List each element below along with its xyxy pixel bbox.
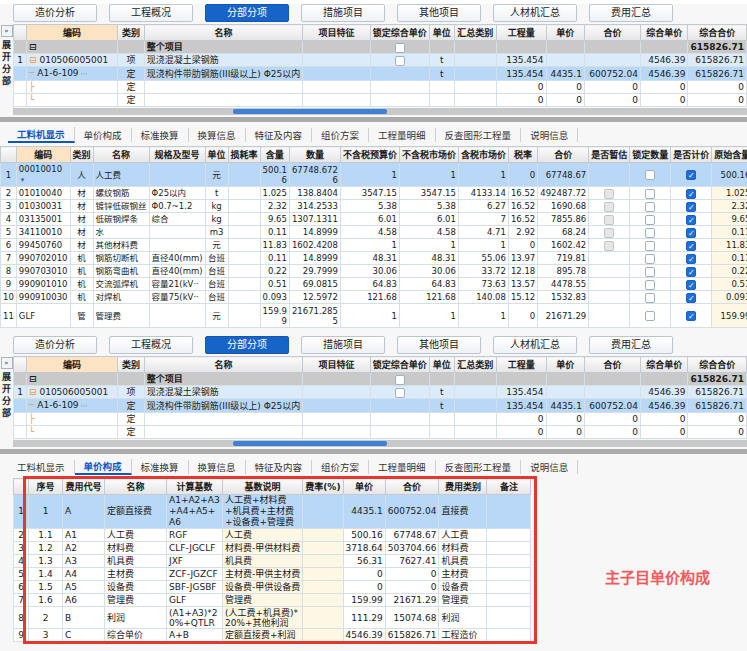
tab-人材机汇总[interactable]: 人材机汇总 — [493, 4, 577, 22]
column-header[interactable]: 备注 — [487, 479, 531, 495]
column-header[interactable]: 费率(%) — [303, 479, 343, 495]
table-row[interactable]: └定00000 — [14, 94, 747, 107]
column-header[interactable]: 类别 — [118, 25, 145, 41]
column-header[interactable]: 不含税市场价 — [399, 147, 458, 163]
checkbox-unchecked[interactable] — [395, 388, 405, 398]
table-row[interactable]: ├定00000 — [14, 81, 747, 94]
table-row[interactable]: 11A定额直接费A1+A2+A3+A4+A5+A6人工费+材料费+机具费+主材费… — [14, 495, 531, 529]
table-row[interactable]: 11GLF管管理费元159.9921671.2855111021671.2915… — [1, 304, 747, 328]
column-header[interactable]: 类别 — [118, 357, 145, 373]
column-header[interactable]: 项目特征 — [303, 357, 370, 373]
column-header[interactable]: 工程量 — [496, 357, 546, 373]
tab-措施项目[interactable]: 措施项目 — [301, 4, 385, 22]
column-header[interactable]: 税率 — [508, 147, 537, 163]
table-row[interactable]: 699450760材其他材料费元11.831602.420811101602.4… — [1, 239, 747, 252]
tab-其他项目[interactable]: 其他项目 — [397, 336, 481, 354]
tab-费用汇总[interactable]: 费用汇总 — [589, 4, 673, 22]
collapse-panel-button[interactable]: » — [1, 357, 13, 369]
column-header[interactable]: 名称 — [144, 357, 302, 373]
panel-splitter-top[interactable] — [0, 117, 747, 122]
table-row[interactable]: 1⊟ 010506005001项现浇混凝土梁钢筋t135.4544546.396… — [14, 54, 747, 67]
column-header[interactable]: 计算基数 — [167, 479, 223, 495]
checkbox-unchecked[interactable] — [645, 267, 655, 277]
scrollbar-thumb[interactable] — [233, 109, 387, 114]
table-row[interactable]: ─ A1-6-109⋯定现浇构件带肋钢筋(III级以上) Φ25以内t135.4… — [14, 399, 747, 413]
column-header[interactable]: 基数说明 — [223, 479, 303, 495]
tab-工程量明细[interactable]: 工程量明细 — [369, 128, 436, 142]
column-header[interactable]: 单位 — [205, 147, 228, 163]
table-row[interactable]: 51.4A4主材费ZCF-JGZCF主材费-甲供主材费00主材费 — [14, 568, 531, 581]
tab-反查图形工程量[interactable]: 反查图形工程量 — [436, 128, 522, 142]
column-header[interactable]: 合价 — [385, 479, 439, 495]
checkbox-checked[interactable] — [686, 254, 696, 264]
column-header[interactable]: 锁定综合单价 — [370, 25, 429, 41]
checkbox-unchecked[interactable] — [645, 170, 655, 180]
more-button-icon[interactable]: ▾ — [21, 176, 25, 184]
checkbox-unchecked[interactable] — [645, 254, 655, 264]
table-row[interactable]: 9990901010机交流弧焊机容量21(kV··台班0.5169.081564… — [1, 278, 747, 291]
column-header[interactable]: 编码 — [27, 357, 118, 373]
column-header[interactable]: 工程量 — [496, 25, 546, 41]
tab-工程量明细[interactable]: 工程量明细 — [369, 460, 436, 474]
checkbox-checked[interactable] — [686, 267, 696, 277]
column-header[interactable]: 费用类别 — [439, 479, 487, 495]
column-header[interactable]: 名称 — [93, 147, 149, 163]
column-header[interactable]: 综合单价 — [640, 357, 687, 373]
tab-单价构成[interactable]: 单价构成 — [75, 459, 132, 475]
column-header[interactable]: 损耗率 — [228, 147, 260, 163]
tab-说明信息[interactable]: 说明信息 — [521, 460, 578, 474]
column-header[interactable]: 含税市场价 — [458, 147, 508, 163]
tab-工程概况[interactable]: 工程概况 — [109, 4, 193, 22]
tab-工程概况[interactable]: 工程概况 — [109, 336, 193, 354]
tab-换算信息[interactable]: 换算信息 — [189, 128, 246, 142]
expand-sections-label[interactable]: 展开分部 — [0, 372, 13, 420]
column-header[interactable]: 规格及型号 — [149, 147, 205, 163]
column-header[interactable]: 汇总类别 — [454, 25, 496, 41]
tab-组价方案[interactable]: 组价方案 — [312, 460, 369, 474]
checkbox-unchecked[interactable] — [645, 189, 655, 199]
checkbox-unchecked[interactable] — [395, 56, 405, 66]
table-row[interactable]: 100010010▾人人工费元500.1667748.6726111067748… — [1, 163, 747, 187]
tab-特征及内容[interactable]: 特征及内容 — [246, 128, 313, 142]
tab-组价方案[interactable]: 组价方案 — [312, 128, 369, 142]
checkbox-unchecked[interactable] — [395, 43, 405, 53]
table-row[interactable]: ─ A1-6-109⋯定现浇构件带肋钢筋(III级以上) Φ25以内t135.4… — [14, 67, 747, 81]
column-header[interactable]: 序号 — [29, 479, 63, 495]
checkbox-checked[interactable] — [686, 241, 696, 251]
tab-反查图形工程量[interactable]: 反查图形工程量 — [436, 460, 522, 474]
table-row[interactable]: 41.3A3机具费JXF机具费56.317627.41机具费 — [14, 555, 531, 568]
checkbox-unchecked[interactable] — [645, 241, 655, 251]
table-row[interactable]: 201010040材螺纹钢筋Φ25以内t1.025138.84043547.15… — [1, 187, 747, 200]
column-header[interactable]: 名称 — [144, 25, 302, 41]
tab-费用汇总[interactable]: 费用汇总 — [589, 336, 673, 354]
column-header[interactable]: 原始含量 — [712, 147, 747, 163]
checkbox-checked[interactable] — [686, 189, 696, 199]
column-header[interactable]: 锁定综合单价 — [370, 357, 429, 373]
column-header[interactable]: 名称 — [105, 479, 167, 495]
expand-sections-label[interactable]: 展开分部 — [0, 40, 13, 88]
tab-造价分析[interactable]: 造价分析 — [13, 4, 97, 22]
table-row[interactable]: 31.2A2材料费CLF-JGCLF材料费-甲供材料费3718.64503704… — [14, 542, 531, 555]
column-header[interactable]: 单价 — [546, 357, 584, 373]
column-header[interactable]: 合价 — [584, 25, 640, 41]
horizontal-scrollbar-top[interactable] — [13, 108, 747, 115]
table-row[interactable]: 1⊟ 010506005001项现浇混凝土梁钢筋t135.4544546.396… — [14, 386, 747, 399]
table-row[interactable]: ⊟整个项目615826.71 — [14, 41, 747, 54]
tab-人材机汇总[interactable]: 人材机汇总 — [493, 336, 577, 354]
column-header[interactable]: 单位 — [429, 357, 454, 373]
column-header[interactable]: 编码 — [27, 25, 118, 41]
tab-工料机显示[interactable]: 工料机显示 — [8, 127, 75, 143]
column-header[interactable]: 综合合价 — [688, 25, 747, 41]
column-header[interactable]: 合价 — [584, 357, 640, 373]
horizontal-scrollbar-bottom[interactable] — [13, 440, 747, 447]
column-header[interactable]: 汇总类别 — [454, 357, 496, 373]
table-row[interactable]: 93C综合单价A+B定额直接费+利润4546.39615826.71工程造价 — [14, 629, 531, 642]
tab-分部分项[interactable]: 分部分项 — [205, 336, 289, 354]
more-button-icon[interactable]: ⋯ — [81, 402, 88, 410]
checkbox-checked[interactable] — [686, 280, 696, 290]
checkbox-unchecked[interactable] — [645, 293, 655, 303]
table-row[interactable]: 21.1A1人工费RGF人工费500.1667748.67人工费 — [14, 529, 531, 542]
checkbox-unchecked[interactable] — [645, 202, 655, 212]
column-header[interactable]: 综合合价 — [688, 357, 747, 373]
checkbox-unchecked[interactable] — [645, 280, 655, 290]
